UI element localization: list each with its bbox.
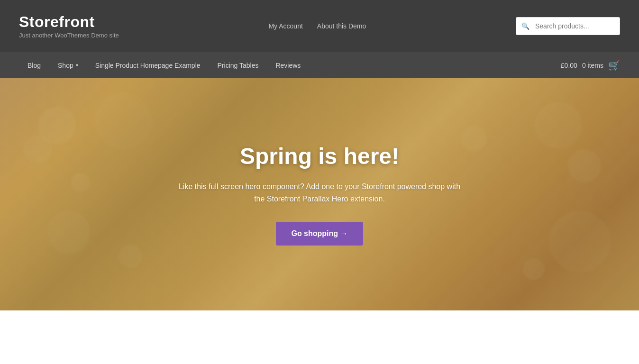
nav-links: Blog Shop ▾ Single Product Homepage Exam…: [19, 52, 561, 78]
hero-section: Spring is here! Like this full screen he…: [0, 78, 639, 310]
brand-subtitle: Just another WooThemes Demo site: [19, 32, 119, 39]
bottom-section: [0, 310, 639, 339]
about-demo-link[interactable]: About this Demo: [317, 22, 366, 30]
hero-content: Spring is here! Like this full screen he…: [163, 134, 476, 255]
cart-icon[interactable]: 🛒: [608, 60, 620, 71]
brand: Storefront Just another WooThemes Demo s…: [19, 13, 119, 39]
cart-area[interactable]: £0.00 0 items 🛒: [561, 60, 620, 71]
main-nav: Blog Shop ▾ Single Product Homepage Exam…: [0, 52, 639, 78]
search-box: 🔍: [516, 17, 620, 35]
my-account-link[interactable]: My Account: [268, 22, 302, 30]
brand-title[interactable]: Storefront: [19, 13, 119, 31]
chevron-down-icon: ▾: [76, 63, 78, 68]
go-shopping-button[interactable]: Go shopping →: [276, 222, 363, 246]
hero-subtitle: Like this full screen hero component? Ad…: [173, 181, 466, 205]
nav-item-pricing-tables[interactable]: Pricing Tables: [209, 52, 267, 78]
cart-amount: £0.00: [561, 62, 577, 69]
top-bar: Storefront Just another WooThemes Demo s…: [0, 0, 639, 52]
nav-item-reviews[interactable]: Reviews: [267, 52, 309, 78]
top-nav: My Account About this Demo: [268, 22, 366, 30]
cart-items-label: 0 items: [582, 62, 603, 69]
nav-item-shop[interactable]: Shop ▾: [49, 52, 87, 78]
nav-item-blog[interactable]: Blog: [19, 52, 49, 78]
search-input[interactable]: [516, 17, 620, 35]
nav-item-single-product[interactable]: Single Product Homepage Example: [87, 52, 209, 78]
hero-title: Spring is here!: [173, 143, 466, 169]
